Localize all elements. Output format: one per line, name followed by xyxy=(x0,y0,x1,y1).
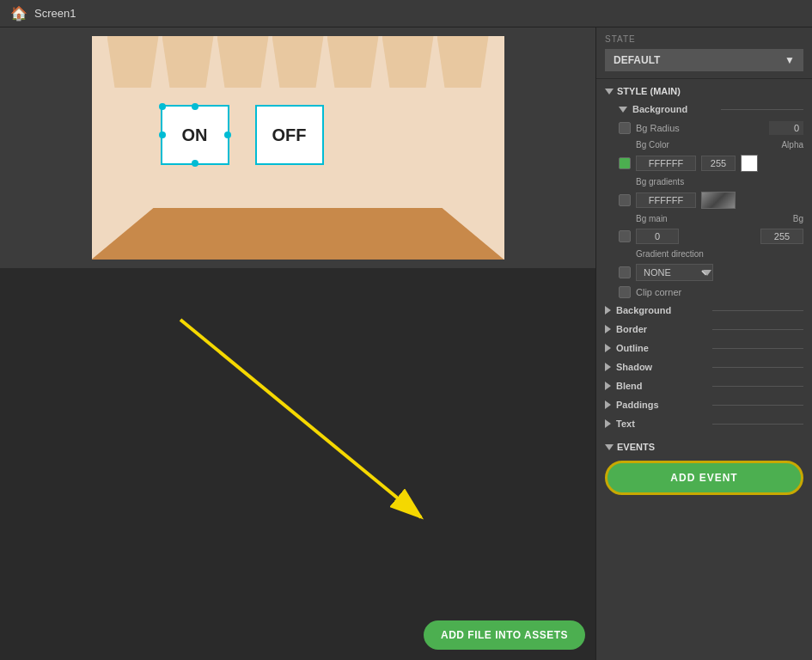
gradient-color-input[interactable]: FFFFFF xyxy=(636,192,696,208)
gradient-dir-label: Gradient direction xyxy=(636,249,704,259)
text-section-line xyxy=(712,424,803,425)
drape-3 xyxy=(217,36,269,88)
paddings-section-icon xyxy=(605,400,611,409)
text-section-label: Text xyxy=(616,419,707,429)
bg-color-labels-row: Bg Color Alpha xyxy=(610,138,812,152)
handle-tl xyxy=(159,103,166,110)
events-label: EVENTS xyxy=(617,442,655,452)
background-section-row[interactable]: Background xyxy=(596,301,812,320)
background-section-icon xyxy=(605,306,611,315)
top-bar: 🏠 Screen1 xyxy=(0,0,812,28)
outline-section-row[interactable]: Outline xyxy=(596,339,812,358)
outline-section-icon xyxy=(605,344,611,352)
outline-section-line xyxy=(712,348,803,349)
paddings-section-label: Paddings xyxy=(616,400,707,410)
alpha-label: Alpha xyxy=(781,140,803,150)
background-line xyxy=(721,109,804,110)
text-section-row[interactable]: Text xyxy=(596,414,812,433)
off-button-label: OFF xyxy=(272,125,307,145)
gradient-dir-row: NONE LEFT RIGHT TOP BOTTOM xyxy=(610,261,812,284)
text-section-icon xyxy=(605,419,611,428)
background-label: Background xyxy=(632,104,716,114)
home-icon: 🏠 xyxy=(10,5,27,21)
blend-section-label: Blend xyxy=(616,381,707,391)
border-section-row[interactable]: Border xyxy=(596,320,812,339)
events-header: EVENTS xyxy=(605,442,803,452)
bg-gradients-row: Bg gradients xyxy=(610,174,812,189)
shadow-section-icon xyxy=(605,363,611,371)
state-value: DEFAULT xyxy=(614,54,660,66)
shadow-section-label: Shadow xyxy=(616,362,707,372)
handle-mr xyxy=(224,131,231,138)
bg-main-label: Bg main xyxy=(636,214,668,223)
bg-color-label: Bg Color xyxy=(636,140,669,150)
gradient-dir-toggle[interactable] xyxy=(619,266,631,278)
color-swatch[interactable] xyxy=(741,155,758,172)
bg-main-values-row: 0 255 xyxy=(610,226,812,247)
add-file-button[interactable]: ADD FILE INTO ASSETS xyxy=(424,620,585,650)
bg-color-toggle[interactable] xyxy=(619,157,631,169)
bg-main-labels-row: Bg main Bg xyxy=(610,211,812,226)
screen-title: Screen1 xyxy=(34,7,76,20)
outline-section-label: Outline xyxy=(616,343,707,353)
on-button[interactable]: ON xyxy=(161,105,229,165)
blend-section-line xyxy=(712,386,803,387)
state-label: STATE xyxy=(605,34,803,44)
bg-gradients-values-row: FFFFFF xyxy=(610,189,812,211)
clip-corner-label: Clip corner xyxy=(636,287,803,297)
bottom-canvas: ADD FILE INTO ASSETS xyxy=(0,268,595,660)
bg-gradients-label: Bg gradients xyxy=(636,177,684,186)
events-expand-icon xyxy=(605,444,614,450)
drape-1 xyxy=(107,36,159,88)
clip-corner-toggle[interactable] xyxy=(619,286,631,298)
gradient-dir-select[interactable]: NONE LEFT RIGHT TOP BOTTOM xyxy=(636,264,713,281)
border-section-label: Border xyxy=(616,324,707,334)
handle-tc xyxy=(192,103,198,110)
handle-bc xyxy=(192,160,198,167)
bg-main-toggle[interactable] xyxy=(619,230,631,242)
scene-drapes xyxy=(92,36,504,88)
shadow-section-line xyxy=(712,367,803,368)
background-section-label: Background xyxy=(616,305,707,315)
background-header-row[interactable]: Background xyxy=(610,100,812,119)
blend-section-icon xyxy=(605,382,611,390)
gradient-dir-label-row: Gradient direction xyxy=(610,247,812,261)
on-button-label: ON xyxy=(182,125,208,145)
events-section: EVENTS ADD EVENT xyxy=(596,433,812,504)
bg-gradients-toggle[interactable] xyxy=(619,194,631,206)
off-button[interactable]: OFF xyxy=(255,105,324,165)
bg-value[interactable]: 255 xyxy=(760,229,803,244)
canvas-area: ON OFF ADD FI xyxy=(0,28,595,660)
style-expand-icon xyxy=(605,89,614,95)
right-panel: STATE DEFAULT ▼ STYLE (MAIN) Background … xyxy=(595,28,812,660)
background-section-line xyxy=(712,310,803,311)
background-subsection: Background Bg Radius 0 Bg Color Alpha FF… xyxy=(596,100,812,301)
main-layout: ON OFF ADD FI xyxy=(0,28,812,660)
state-dropdown[interactable]: DEFAULT ▼ xyxy=(605,49,803,71)
add-event-button[interactable]: ADD EVENT xyxy=(605,461,803,495)
scene-floor xyxy=(92,208,504,260)
bg-color-input[interactable]: FFFFFF xyxy=(636,156,696,171)
bg-radius-label: Bg Radius xyxy=(636,123,764,133)
blend-section-row[interactable]: Blend xyxy=(596,376,812,395)
drape-5 xyxy=(327,36,379,88)
state-section: STATE DEFAULT ▼ xyxy=(596,28,812,79)
drape-2 xyxy=(162,36,214,88)
shadow-section-row[interactable]: Shadow xyxy=(596,358,812,376)
gradient-swatch xyxy=(701,192,736,209)
state-dropdown-icon: ▼ xyxy=(785,54,795,66)
drape-4 xyxy=(272,36,324,88)
alpha-input[interactable]: 255 xyxy=(701,156,736,171)
border-section-line xyxy=(712,329,803,330)
bg-radius-value: 0 xyxy=(769,121,803,135)
bg-radius-toggle[interactable] xyxy=(619,122,631,134)
paddings-section-row[interactable]: Paddings xyxy=(596,395,812,414)
drape-7 xyxy=(437,36,489,88)
scene-background: ON OFF xyxy=(92,36,504,260)
border-section-icon xyxy=(605,325,611,333)
bg-main-value[interactable]: 0 xyxy=(636,229,679,244)
preview-section: ON OFF xyxy=(0,28,595,268)
style-main-label: STYLE (MAIN) xyxy=(617,86,681,96)
bg-radius-row: Bg Radius 0 xyxy=(610,119,812,138)
clip-corner-row: Clip corner xyxy=(610,284,812,301)
